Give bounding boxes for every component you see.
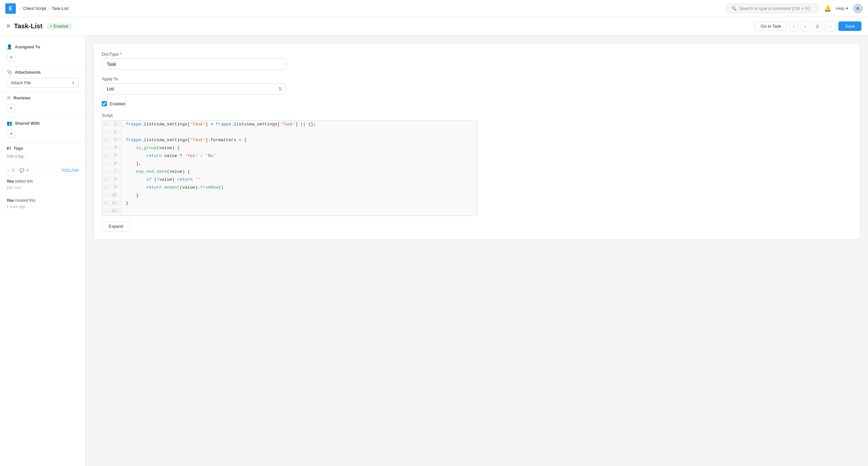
- page-header-left: ≡ Task-List Enabled: [7, 22, 72, 30]
- code-line: i9 return moment(value).fromNow(): [102, 184, 477, 192]
- code-line: 6 },: [102, 160, 477, 168]
- line-info: i: [104, 138, 107, 142]
- apply-to-select[interactable]: List Form Tree Calendar Gantt: [102, 83, 286, 95]
- comment-icon[interactable]: 💬: [20, 168, 24, 173]
- apply-to-wrapper: List Form Tree Calendar Gantt ⇅: [102, 83, 286, 95]
- line-content: [122, 129, 130, 130]
- add-review-button[interactable]: +: [7, 104, 16, 113]
- code-line: 12: [102, 208, 477, 215]
- code-line: i8 if (!value) return '': [102, 176, 477, 184]
- activity-divider: [7, 175, 79, 176]
- attach-file-label: Attach File: [11, 80, 31, 85]
- code-line: 2: [102, 129, 477, 137]
- goto-task-button[interactable]: Go to Task: [755, 22, 787, 31]
- save-button[interactable]: Save: [838, 22, 861, 31]
- required-star: *: [120, 52, 122, 57]
- attach-file-button[interactable]: Attach File +: [7, 78, 79, 88]
- attachments-section: 📎 Attachments Attach File +: [0, 66, 85, 92]
- line-content: exp_end_date(value) {: [122, 168, 194, 175]
- code-line: i3frappe.listview_settings['Task'].forma…: [102, 137, 477, 144]
- line-number: 6: [108, 161, 117, 166]
- line-gutter: i5: [102, 153, 122, 159]
- line-info: i: [104, 201, 107, 205]
- line-gutter: i1: [102, 121, 122, 127]
- app-logo[interactable]: E: [5, 3, 16, 14]
- line-number: 10: [108, 193, 117, 197]
- code-line: 7 exp_end_date(value) {: [102, 168, 477, 176]
- add-assigned-button[interactable]: +: [7, 53, 16, 62]
- help-label: Help: [836, 6, 845, 11]
- activity-row: ♡ 0 · 💬 0 FOLLOW: [7, 168, 79, 173]
- enabled-checkbox[interactable]: [102, 101, 107, 106]
- activity-entry-1: You created this 1 hour ago: [7, 197, 79, 210]
- add-shared-button[interactable]: +: [7, 129, 16, 138]
- code-line: 4 is_group(value) {: [102, 144, 477, 153]
- comments-count: 0: [26, 168, 29, 173]
- line-content: if (!value) return '': [122, 176, 204, 182]
- line-number: 2: [108, 130, 117, 134]
- heart-icon[interactable]: ♡: [7, 168, 10, 173]
- expand-button[interactable]: Expand: [102, 221, 130, 231]
- search-icon: 🔍: [731, 6, 737, 11]
- dot-separator: ·: [17, 168, 18, 173]
- star-icon: ☆: [7, 95, 11, 100]
- next-button[interactable]: ›: [801, 22, 810, 31]
- assigned-to-label: Assigned To: [15, 44, 40, 49]
- activity-you-0: You: [7, 179, 14, 184]
- line-number: 4: [108, 145, 117, 150]
- line-content: frappe.listview_settings['Task'] = frapp…: [122, 121, 320, 127]
- line-gutter: 4: [102, 145, 122, 151]
- tags-label: Tags: [13, 146, 23, 151]
- print-button[interactable]: ⎙: [812, 22, 822, 31]
- person-icon: 👤: [7, 44, 12, 49]
- assigned-to-title: 👤 Assigned To: [7, 44, 79, 49]
- plus-icon: +: [72, 80, 74, 85]
- line-gutter: 10: [102, 192, 122, 198]
- main-layout: 👤 Assigned To + 📎 Attachments Attach Fil…: [0, 36, 868, 466]
- attachments-title: 📎 Attachments: [7, 69, 79, 75]
- doctype-input[interactable]: [102, 59, 286, 70]
- line-info: i: [104, 185, 107, 189]
- line-content: is_group(value) {: [122, 145, 184, 151]
- line-number: 1: [108, 122, 117, 126]
- breadcrumb-sep1: ›: [20, 6, 21, 11]
- breadcrumb-task-list[interactable]: Task-List: [52, 6, 68, 11]
- help-button[interactable]: Help ▾: [836, 6, 848, 11]
- activity-time-1: 1 hour ago: [7, 204, 25, 209]
- follow-button[interactable]: FOLLOW: [62, 168, 79, 173]
- breadcrumb-sep2: ›: [48, 6, 50, 11]
- line-gutter: i8: [102, 176, 122, 182]
- nav-right: 🔍 Search or type a command (Ctrl + G) 🔔 …: [726, 4, 863, 13]
- line-number: 7: [108, 169, 117, 174]
- breadcrumb: › Client Script › Task-List: [20, 6, 68, 11]
- line-info: i: [104, 154, 107, 158]
- breadcrumb-client-script[interactable]: Client Script: [23, 6, 46, 11]
- doctype-field: DocType *: [102, 52, 852, 70]
- activity-you-1: You: [7, 198, 14, 203]
- add-tag-input[interactable]: Add a tag ...: [7, 154, 28, 159]
- bell-icon[interactable]: 🔔: [824, 5, 831, 12]
- attachments-label: Attachments: [15, 70, 41, 75]
- line-number: 11: [108, 201, 117, 205]
- apply-to-label: Apply To: [102, 76, 852, 81]
- line-number: 12: [108, 209, 117, 213]
- line-gutter: 7: [102, 168, 122, 174]
- page-title: Task-List: [14, 22, 42, 30]
- content-area: DocType * Apply To List Form Tree Calend…: [86, 36, 868, 466]
- code-editor[interactable]: i1frappe.listview_settings['Task'] = fra…: [102, 121, 477, 216]
- script-label: Script: [102, 113, 852, 118]
- line-content: }: [122, 200, 132, 206]
- activity-log: You edited this just now You created thi…: [7, 178, 79, 210]
- more-button[interactable]: ···: [825, 22, 836, 31]
- search-box[interactable]: 🔍 Search or type a command (Ctrl + G): [726, 4, 818, 13]
- sidebar-toggle-icon[interactable]: ≡: [7, 23, 10, 30]
- line-gutter: i3: [102, 137, 122, 143]
- code-line: 10 }: [102, 192, 477, 200]
- shared-with-title: 👥 Shared With: [7, 121, 79, 126]
- assigned-to-section: 👤 Assigned To +: [0, 41, 85, 66]
- prev-button[interactable]: ‹: [789, 22, 798, 31]
- avatar[interactable]: A: [853, 4, 863, 13]
- tag-icon: 🏷: [7, 146, 11, 151]
- activity-text-1: created this: [15, 198, 35, 203]
- likes-count: 0: [12, 168, 14, 173]
